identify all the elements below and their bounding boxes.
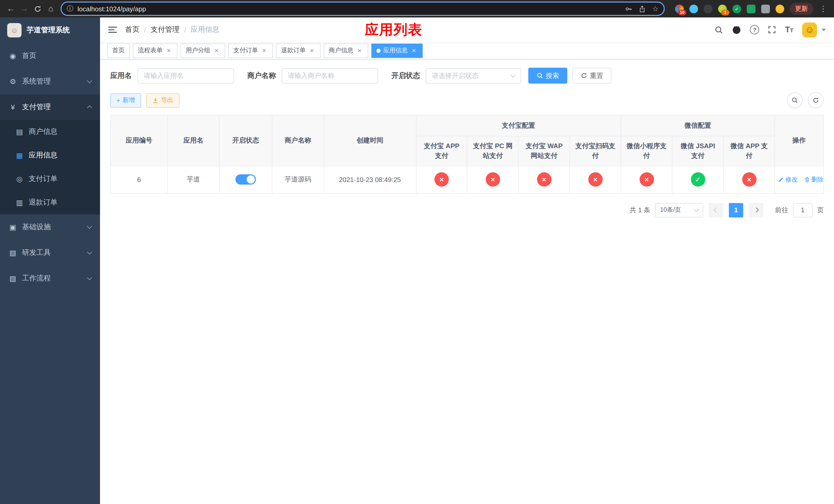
next-page-button[interactable] (749, 203, 763, 217)
search-form: 应用名 商户名称 开启状态 请选择开启状态 搜索 (110, 68, 824, 84)
extension-icon[interactable]: 10 (675, 4, 684, 13)
sidebar-item-dev-tools[interactable]: ▧ 研发工具 (0, 240, 100, 266)
sidebar-item-infrastructure[interactable]: ▣ 基础设施 (0, 214, 100, 240)
font-size-icon[interactable]: TT (785, 26, 793, 34)
card-icon: ▤ (15, 128, 24, 136)
tab-home[interactable]: 首页 (107, 43, 130, 58)
bookmark-icon[interactable]: ☆ (652, 5, 659, 12)
fullscreen-icon[interactable] (768, 26, 776, 34)
extension-icon[interactable] (704, 4, 712, 13)
address-bar[interactable]: ⓘ localhost:1024/pay/app ☆ (61, 2, 665, 16)
pencil-icon (778, 177, 784, 182)
plus-icon: + (116, 97, 120, 104)
merchant-name-input[interactable] (282, 68, 378, 83)
extension-badge: 1 (721, 9, 729, 15)
app-logo[interactable]: ☺ 芋道管理系统 (0, 18, 100, 43)
col-header-alipay-wap: 支付宝 WAP 网站支付 (519, 136, 570, 166)
sidebar-item-merchant-info[interactable]: ▤ 商户信息 (0, 120, 100, 143)
password-key-icon[interactable] (625, 5, 633, 13)
wechat-jsapi-status-icon: ✓ (690, 172, 705, 187)
target-icon: ◎ (15, 175, 24, 183)
url-text: localhost:1024/pay/app (78, 5, 625, 13)
alipay-app-status-icon: × (435, 172, 449, 187)
col-header-app-id: 应用编号 (111, 115, 168, 166)
help-icon[interactable]: ? (750, 25, 760, 35)
page-size-select[interactable]: 10条/页 (655, 203, 703, 217)
breadcrumb-home[interactable]: 首页 (125, 25, 139, 35)
browser-menu-icon[interactable]: ⋮ (816, 2, 830, 15)
site-info-icon[interactable]: ⓘ (67, 4, 73, 13)
tab-refund-order[interactable]: 退款订单 × (276, 43, 321, 58)
cell-app-name: 芋道 (168, 166, 219, 193)
extension-icon[interactable] (747, 4, 755, 13)
share-icon[interactable] (639, 5, 646, 13)
delete-button[interactable]: 删除 (804, 175, 824, 184)
tab-process-form[interactable]: 流程表单 × (133, 43, 177, 58)
avatar-caret-icon[interactable] (822, 28, 826, 31)
back-icon[interactable]: ← (4, 2, 18, 15)
edit-button[interactable]: 修改 (778, 175, 797, 184)
forward-icon[interactable]: → (18, 2, 31, 15)
close-tab-icon[interactable]: × (165, 47, 172, 54)
document-icon: ▥ (15, 199, 24, 207)
toolbox-icon: ▧ (9, 249, 17, 257)
sidebar-item-payment[interactable]: ¥ 支付管理 (0, 94, 100, 120)
app-name-input[interactable] (137, 68, 234, 83)
top-navbar: 首页 / 支付管理 / 应用信息 应用列表 ? (100, 18, 834, 42)
tab-pay-order[interactable]: 支付订单 × (228, 43, 273, 58)
sidebar-item-home[interactable]: ◉ 首页 (0, 43, 100, 69)
extensions-area: 10 1 ✓ (675, 4, 784, 13)
tab-app-info[interactable]: 应用信息 × (371, 43, 423, 58)
close-tab-icon[interactable]: × (261, 47, 268, 54)
extension-icon[interactable]: 1 (718, 4, 727, 13)
prev-page-button[interactable] (709, 203, 723, 217)
tab-user-group[interactable]: 用户分组 × (180, 43, 225, 58)
sidebar-item-workflow[interactable]: ▨ 工作流程 (0, 266, 100, 291)
reset-button[interactable]: 重置 (572, 68, 611, 84)
status-toggle[interactable] (236, 174, 256, 185)
extension-icon[interactable]: ✓ (732, 4, 741, 13)
chrome-update-button[interactable]: 更新 (789, 3, 813, 15)
sidebar-item-pay-order[interactable]: ◎ 支付订单 (0, 167, 100, 191)
search-button[interactable]: 搜索 (528, 68, 567, 84)
close-tab-icon[interactable]: × (410, 47, 418, 54)
search-icon[interactable] (715, 25, 723, 34)
sidebar-menu: ◉ 首页 ⚙ 系统管理 ¥ 支付管理 ▤ 商户信息 (0, 43, 100, 291)
sidebar: ☺ 芋道管理系统 ◉ 首页 ⚙ 系统管理 ¥ 支付管理 (0, 18, 100, 504)
home-icon[interactable]: ⌂ (44, 2, 58, 15)
github-icon[interactable] (732, 25, 741, 35)
extension-icon[interactable] (689, 4, 698, 13)
refresh-table-button[interactable] (808, 92, 824, 108)
toggle-search-button[interactable] (787, 92, 803, 108)
wechat-app-status-icon: × (742, 172, 756, 187)
close-tab-icon[interactable]: × (356, 47, 363, 54)
download-icon (152, 97, 158, 103)
sidebar-toggle-icon[interactable] (108, 27, 117, 33)
status-select[interactable]: 请选择开启状态 (426, 68, 521, 83)
breadcrumb-payment[interactable]: 支付管理 (151, 25, 179, 35)
add-button[interactable]: + 新增 (110, 93, 141, 108)
tab-merchant-info[interactable]: 商户信息 × (324, 43, 368, 58)
page-1-button[interactable]: 1 (729, 203, 743, 217)
puzzle-extensions-icon[interactable] (761, 4, 770, 13)
extension-icon[interactable] (775, 4, 784, 13)
breadcrumb-current: 应用信息 (191, 25, 220, 35)
page-title: 应用列表 (365, 21, 422, 39)
active-tab-dot (376, 48, 380, 52)
screen: ← → ⌂ ⓘ localhost:1024/pay/app ☆ 10 (0, 0, 834, 504)
status-label: 开启状态 (391, 71, 420, 80)
sidebar-item-system[interactable]: ⚙ 系统管理 (0, 69, 100, 94)
sidebar-item-app-info[interactable]: ▦ 应用信息 (0, 143, 100, 167)
sidebar-item-refund-order[interactable]: ▥ 退款订单 (0, 191, 100, 214)
export-button[interactable]: 导出 (146, 93, 179, 108)
col-header-created: 创建时间 (324, 115, 416, 166)
reload-icon[interactable] (31, 2, 44, 15)
col-header-alipay-qr: 支付宝扫码支付 (570, 136, 621, 166)
goto-page-input[interactable] (793, 203, 812, 217)
close-tab-icon[interactable]: × (213, 47, 220, 54)
user-avatar[interactable]: ☺ (802, 22, 817, 37)
trash-icon (804, 177, 810, 182)
chevron-down-icon (87, 249, 92, 255)
col-header-wx-mini: 微信小程序支付 (621, 136, 672, 166)
close-tab-icon[interactable]: × (308, 47, 315, 54)
